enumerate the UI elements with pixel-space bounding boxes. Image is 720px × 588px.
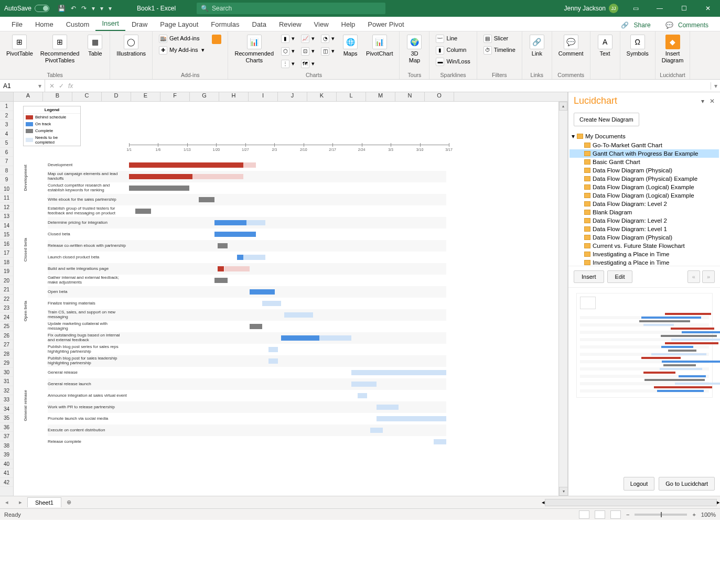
gantt-bar[interactable] bbox=[237, 255, 243, 260]
gantt-bar[interactable] bbox=[434, 439, 446, 444]
tab-home[interactable]: Home bbox=[29, 18, 60, 31]
gantt-bar[interactable] bbox=[214, 232, 256, 237]
tab-data[interactable]: Data bbox=[246, 18, 273, 31]
tab-file[interactable]: File bbox=[5, 18, 29, 31]
tab-pagelayout[interactable]: Page Layout bbox=[154, 18, 205, 31]
insert-diagram-button[interactable]: ◆Insert Diagram bbox=[660, 34, 686, 65]
tree-item[interactable]: Data Flow Diagram (Logical) Example bbox=[569, 183, 719, 191]
next-button[interactable]: » bbox=[702, 270, 715, 283]
column-header[interactable]: M bbox=[366, 92, 395, 101]
scatter-chart-icon[interactable]: ⋮▾ bbox=[279, 59, 297, 69]
spark-winloss-button[interactable]: ▬Win/Loss bbox=[434, 57, 472, 67]
gantt-bar[interactable] bbox=[218, 243, 227, 248]
column-header[interactable]: L bbox=[337, 92, 366, 101]
row-header[interactable]: 38 bbox=[0, 441, 13, 451]
row-header[interactable]: 14 bbox=[0, 221, 13, 231]
zoom-out-icon[interactable]: − bbox=[626, 511, 629, 518]
timeline-button[interactable]: ⏱Timeline bbox=[481, 45, 518, 56]
link-button[interactable]: 🔗Link bbox=[526, 34, 547, 58]
row-header[interactable]: 3 bbox=[0, 120, 13, 129]
scroll-up-icon[interactable]: ▴ bbox=[559, 102, 567, 111]
tab-review[interactable]: Review bbox=[273, 18, 308, 31]
column-header[interactable]: N bbox=[395, 92, 425, 101]
gantt-bar[interactable] bbox=[199, 197, 214, 202]
search-box[interactable]: 🔍 Search bbox=[197, 3, 385, 14]
row-header[interactable]: 35 bbox=[0, 413, 13, 423]
gantt-bar[interactable] bbox=[129, 186, 189, 191]
row-header[interactable]: 1 bbox=[0, 102, 13, 111]
tab-insert[interactable]: Insert bbox=[95, 17, 125, 31]
gantt-bar[interactable] bbox=[243, 162, 256, 168]
tab-view[interactable]: View bbox=[308, 18, 335, 31]
hscroll-right-icon[interactable]: ▸ bbox=[717, 499, 720, 506]
select-all-corner[interactable] bbox=[0, 92, 14, 101]
insert-button[interactable]: Insert bbox=[574, 270, 604, 283]
comments-button[interactable]: 💬 Comments bbox=[662, 19, 715, 31]
tree-item[interactable]: Data Flow Diagram: Level 2 bbox=[569, 216, 719, 225]
tree-item[interactable]: Data Flow Diagram (Physical) Example bbox=[569, 175, 719, 183]
gantt-bar[interactable] bbox=[319, 335, 351, 341]
gantt-bar[interactable] bbox=[377, 405, 399, 410]
symbols-button[interactable]: ΩSymbols bbox=[625, 34, 651, 58]
horizontal-scrollbar[interactable]: ◂ ▸ bbox=[542, 499, 720, 506]
gantt-bar[interactable] bbox=[129, 162, 243, 168]
recommended-pivot-button[interactable]: ⊞Recommended PivotTables bbox=[38, 34, 82, 65]
column-header[interactable]: O bbox=[425, 92, 454, 101]
gantt-bar[interactable] bbox=[214, 278, 227, 283]
table-button[interactable]: ▦Table bbox=[84, 34, 105, 58]
bing-button[interactable] bbox=[210, 34, 223, 45]
column-header[interactable]: G bbox=[190, 92, 219, 101]
autosave-toggle[interactable]: AutoSave bbox=[0, 5, 53, 12]
spark-column-button[interactable]: ▮Column bbox=[434, 45, 472, 56]
sheet-tab-1[interactable]: Sheet1 bbox=[27, 497, 61, 507]
spark-line-button[interactable]: 〰Line bbox=[434, 34, 472, 44]
row-header[interactable]: 28 bbox=[0, 350, 13, 359]
undo-icon[interactable]: ↶ bbox=[71, 5, 76, 12]
column-header[interactable]: E bbox=[131, 92, 160, 101]
row-header[interactable]: 10 bbox=[0, 184, 13, 194]
row-header[interactable]: 17 bbox=[0, 248, 13, 258]
row-header[interactable]: 25 bbox=[0, 322, 13, 331]
gantt-bar[interactable] bbox=[135, 209, 151, 214]
gantt-bar[interactable] bbox=[268, 358, 278, 364]
hierarchy-chart-icon[interactable]: ⬡▾ bbox=[279, 46, 297, 57]
name-box[interactable]: A1▾ bbox=[0, 80, 45, 92]
row-header[interactable]: 8 bbox=[0, 166, 13, 176]
pie-chart-icon[interactable]: ◔▾ bbox=[319, 34, 337, 44]
row-header[interactable]: 27 bbox=[0, 340, 13, 350]
slicer-button[interactable]: ▤Slicer bbox=[481, 34, 518, 44]
qat-overflow-icon[interactable]: ▾ bbox=[109, 5, 112, 12]
gantt-bar[interactable] bbox=[262, 301, 281, 306]
column-header[interactable]: H bbox=[219, 92, 249, 101]
column-header[interactable]: C bbox=[72, 92, 102, 101]
preview-thumbnail[interactable] bbox=[576, 293, 713, 398]
column-header[interactable]: K bbox=[307, 92, 337, 101]
goto-lucidchart-button[interactable]: Go to Lucidchart bbox=[659, 477, 715, 491]
prev-button[interactable]: « bbox=[687, 270, 700, 283]
text-button[interactable]: AText bbox=[595, 34, 616, 58]
stat-chart-icon[interactable]: ⊡▾ bbox=[299, 46, 317, 57]
redo-icon[interactable]: ↷ bbox=[81, 5, 87, 12]
tab-draw[interactable]: Draw bbox=[125, 18, 154, 31]
row-header[interactable]: 31 bbox=[0, 377, 13, 386]
row-header[interactable]: 30 bbox=[0, 368, 13, 377]
maps-button[interactable]: 🌐Maps bbox=[340, 34, 361, 58]
user-account[interactable]: Jenny Jackson JJ bbox=[559, 4, 624, 13]
my-addins-button[interactable]: ✚My Add-ins ▾ bbox=[157, 45, 207, 56]
close-icon[interactable]: ✕ bbox=[696, 5, 720, 12]
gantt-bar[interactable] bbox=[218, 266, 224, 271]
logout-button[interactable]: Logout bbox=[624, 477, 655, 491]
vertical-scrollbar[interactable]: ▴ ▾ bbox=[558, 102, 567, 496]
row-header[interactable]: 13 bbox=[0, 212, 13, 221]
row-header[interactable]: 20 bbox=[0, 276, 13, 286]
column-header[interactable]: I bbox=[249, 92, 278, 101]
new-sheet-button[interactable]: ⊕ bbox=[61, 499, 77, 506]
tab-formulas[interactable]: Formulas bbox=[205, 18, 245, 31]
create-diagram-button[interactable]: Create New Diagram bbox=[574, 113, 639, 126]
gantt-bar[interactable] bbox=[358, 393, 367, 398]
row-header[interactable]: 18 bbox=[0, 258, 13, 267]
tree-item[interactable]: Current vs. Future State Flowchart bbox=[569, 242, 719, 250]
row-header[interactable]: 2 bbox=[0, 111, 13, 121]
gantt-bar[interactable] bbox=[250, 289, 275, 295]
row-header[interactable]: 7 bbox=[0, 157, 13, 166]
